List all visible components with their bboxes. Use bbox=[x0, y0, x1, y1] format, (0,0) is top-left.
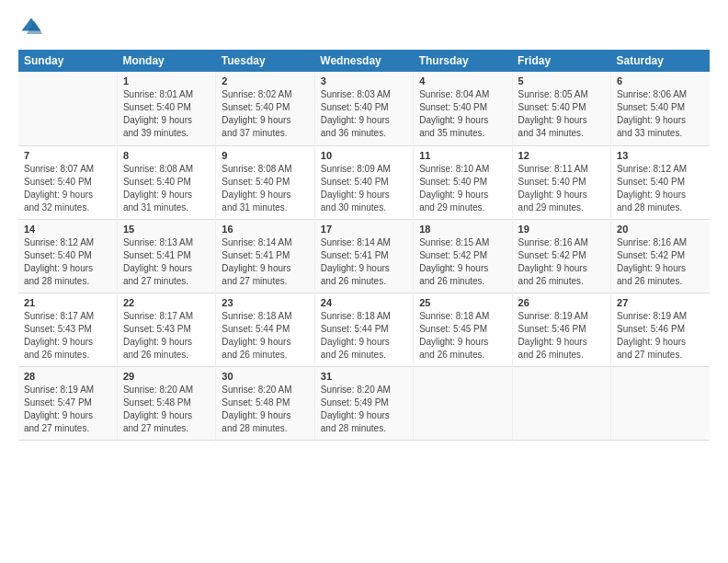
calendar-cell: 23Sunrise: 8:18 AM Sunset: 5:44 PM Dayli… bbox=[216, 293, 314, 366]
calendar-cell bbox=[18, 72, 117, 145]
day-number: 10 bbox=[321, 150, 407, 161]
day-number: 25 bbox=[419, 297, 506, 308]
col-header-saturday: Saturday bbox=[611, 50, 710, 72]
calendar-cell: 2Sunrise: 8:02 AM Sunset: 5:40 PM Daylig… bbox=[216, 72, 314, 145]
day-info: Sunrise: 8:12 AM Sunset: 5:40 PM Dayligh… bbox=[24, 236, 111, 288]
day-number: 8 bbox=[123, 150, 210, 161]
week-row-2: 7Sunrise: 8:07 AM Sunset: 5:40 PM Daylig… bbox=[18, 145, 710, 219]
calendar-cell: 10Sunrise: 8:09 AM Sunset: 5:40 PM Dayli… bbox=[314, 145, 413, 219]
calendar-cell: 29Sunrise: 8:20 AM Sunset: 5:48 PM Dayli… bbox=[117, 366, 215, 440]
calendar-cell: 4Sunrise: 8:04 AM Sunset: 5:40 PM Daylig… bbox=[414, 72, 512, 145]
calendar-cell: 20Sunrise: 8:16 AM Sunset: 5:42 PM Dayli… bbox=[611, 219, 710, 293]
day-info: Sunrise: 8:08 AM Sunset: 5:40 PM Dayligh… bbox=[222, 163, 308, 214]
col-header-thursday: Thursday bbox=[414, 50, 512, 72]
calendar-cell bbox=[414, 366, 512, 440]
day-number: 13 bbox=[617, 150, 704, 161]
calendar-cell: 7Sunrise: 8:07 AM Sunset: 5:40 PM Daylig… bbox=[18, 145, 117, 219]
col-header-tuesday: Tuesday bbox=[216, 50, 314, 72]
day-info: Sunrise: 8:20 AM Sunset: 5:48 PM Dayligh… bbox=[222, 384, 308, 435]
day-number: 4 bbox=[419, 75, 506, 86]
calendar-cell: 22Sunrise: 8:17 AM Sunset: 5:43 PM Dayli… bbox=[117, 293, 215, 366]
day-info: Sunrise: 8:05 AM Sunset: 5:40 PM Dayligh… bbox=[518, 88, 605, 140]
calendar-cell bbox=[611, 366, 710, 440]
day-number: 28 bbox=[24, 371, 111, 382]
day-info: Sunrise: 8:02 AM Sunset: 5:40 PM Dayligh… bbox=[222, 88, 308, 140]
day-info: Sunrise: 8:03 AM Sunset: 5:40 PM Dayligh… bbox=[321, 88, 407, 140]
day-info: Sunrise: 8:01 AM Sunset: 5:40 PM Dayligh… bbox=[123, 88, 210, 140]
day-number: 3 bbox=[321, 75, 407, 86]
day-info: Sunrise: 8:06 AM Sunset: 5:40 PM Dayligh… bbox=[617, 88, 704, 140]
day-info: Sunrise: 8:04 AM Sunset: 5:40 PM Dayligh… bbox=[419, 88, 506, 140]
calendar-cell: 19Sunrise: 8:16 AM Sunset: 5:42 PM Dayli… bbox=[512, 219, 610, 293]
day-number: 24 bbox=[321, 297, 407, 308]
calendar-cell: 25Sunrise: 8:18 AM Sunset: 5:45 PM Dayli… bbox=[414, 293, 512, 366]
day-number: 31 bbox=[321, 371, 407, 382]
day-number: 15 bbox=[123, 224, 210, 235]
calendar-cell: 28Sunrise: 8:19 AM Sunset: 5:47 PM Dayli… bbox=[18, 366, 117, 440]
day-number: 20 bbox=[617, 224, 704, 235]
day-number: 17 bbox=[321, 224, 407, 235]
header bbox=[18, 15, 710, 40]
day-number: 6 bbox=[617, 75, 704, 86]
day-info: Sunrise: 8:18 AM Sunset: 5:44 PM Dayligh… bbox=[321, 310, 407, 362]
day-info: Sunrise: 8:09 AM Sunset: 5:40 PM Dayligh… bbox=[321, 163, 407, 214]
day-number: 7 bbox=[24, 150, 111, 161]
calendar-cell: 8Sunrise: 8:08 AM Sunset: 5:40 PM Daylig… bbox=[117, 145, 215, 219]
day-number: 29 bbox=[123, 371, 210, 382]
day-info: Sunrise: 8:19 AM Sunset: 5:47 PM Dayligh… bbox=[24, 384, 111, 435]
day-info: Sunrise: 8:20 AM Sunset: 5:48 PM Dayligh… bbox=[123, 384, 210, 435]
day-number: 19 bbox=[518, 224, 605, 235]
day-info: Sunrise: 8:20 AM Sunset: 5:49 PM Dayligh… bbox=[321, 384, 407, 435]
day-info: Sunrise: 8:17 AM Sunset: 5:43 PM Dayligh… bbox=[123, 310, 210, 362]
day-info: Sunrise: 8:14 AM Sunset: 5:41 PM Dayligh… bbox=[321, 236, 407, 288]
calendar-cell: 18Sunrise: 8:15 AM Sunset: 5:42 PM Dayli… bbox=[414, 219, 512, 293]
day-info: Sunrise: 8:07 AM Sunset: 5:40 PM Dayligh… bbox=[24, 163, 111, 214]
day-number: 21 bbox=[24, 297, 111, 308]
logo bbox=[18, 15, 48, 40]
day-number: 9 bbox=[222, 150, 308, 161]
day-number: 30 bbox=[222, 371, 308, 382]
calendar-cell: 16Sunrise: 8:14 AM Sunset: 5:41 PM Dayli… bbox=[216, 219, 314, 293]
calendar-cell bbox=[512, 366, 610, 440]
calendar-cell: 15Sunrise: 8:13 AM Sunset: 5:41 PM Dayli… bbox=[117, 219, 215, 293]
day-info: Sunrise: 8:18 AM Sunset: 5:45 PM Dayligh… bbox=[419, 310, 506, 362]
header-row: SundayMondayTuesdayWednesdayThursdayFrid… bbox=[18, 50, 710, 72]
calendar-cell: 5Sunrise: 8:05 AM Sunset: 5:40 PM Daylig… bbox=[512, 72, 610, 145]
day-number: 11 bbox=[419, 150, 506, 161]
page: SundayMondayTuesdayWednesdayThursdayFrid… bbox=[0, 0, 728, 563]
week-row-1: 1Sunrise: 8:01 AM Sunset: 5:40 PM Daylig… bbox=[18, 72, 710, 145]
day-info: Sunrise: 8:16 AM Sunset: 5:42 PM Dayligh… bbox=[518, 236, 605, 288]
day-number: 26 bbox=[518, 297, 605, 308]
day-info: Sunrise: 8:15 AM Sunset: 5:42 PM Dayligh… bbox=[419, 236, 506, 288]
day-number: 23 bbox=[222, 297, 308, 308]
calendar-cell: 6Sunrise: 8:06 AM Sunset: 5:40 PM Daylig… bbox=[611, 72, 710, 145]
day-number: 1 bbox=[123, 75, 210, 86]
calendar-cell: 9Sunrise: 8:08 AM Sunset: 5:40 PM Daylig… bbox=[216, 145, 314, 219]
day-info: Sunrise: 8:18 AM Sunset: 5:44 PM Dayligh… bbox=[222, 310, 308, 362]
calendar-cell: 3Sunrise: 8:03 AM Sunset: 5:40 PM Daylig… bbox=[314, 72, 413, 145]
calendar-cell: 30Sunrise: 8:20 AM Sunset: 5:48 PM Dayli… bbox=[216, 366, 314, 440]
day-number: 5 bbox=[518, 75, 605, 86]
calendar-cell: 1Sunrise: 8:01 AM Sunset: 5:40 PM Daylig… bbox=[117, 72, 215, 145]
day-info: Sunrise: 8:12 AM Sunset: 5:40 PM Dayligh… bbox=[617, 163, 704, 214]
day-number: 16 bbox=[222, 224, 308, 235]
calendar-cell: 24Sunrise: 8:18 AM Sunset: 5:44 PM Dayli… bbox=[314, 293, 413, 366]
day-info: Sunrise: 8:08 AM Sunset: 5:40 PM Dayligh… bbox=[123, 163, 210, 214]
calendar-cell: 11Sunrise: 8:10 AM Sunset: 5:40 PM Dayli… bbox=[414, 145, 512, 219]
day-info: Sunrise: 8:11 AM Sunset: 5:40 PM Dayligh… bbox=[518, 163, 605, 214]
day-number: 14 bbox=[24, 224, 111, 235]
logo-icon bbox=[18, 15, 44, 40]
col-header-friday: Friday bbox=[512, 50, 610, 72]
week-row-3: 14Sunrise: 8:12 AM Sunset: 5:40 PM Dayli… bbox=[18, 219, 710, 293]
col-header-monday: Monday bbox=[117, 50, 215, 72]
week-row-4: 21Sunrise: 8:17 AM Sunset: 5:43 PM Dayli… bbox=[18, 293, 710, 366]
calendar-cell: 14Sunrise: 8:12 AM Sunset: 5:40 PM Dayli… bbox=[18, 219, 117, 293]
day-info: Sunrise: 8:13 AM Sunset: 5:41 PM Dayligh… bbox=[123, 236, 210, 288]
day-number: 18 bbox=[419, 224, 506, 235]
day-number: 2 bbox=[222, 75, 308, 86]
calendar-cell: 26Sunrise: 8:19 AM Sunset: 5:46 PM Dayli… bbox=[512, 293, 610, 366]
calendar-cell: 31Sunrise: 8:20 AM Sunset: 5:49 PM Dayli… bbox=[314, 366, 413, 440]
calendar-cell: 21Sunrise: 8:17 AM Sunset: 5:43 PM Dayli… bbox=[18, 293, 117, 366]
week-row-5: 28Sunrise: 8:19 AM Sunset: 5:47 PM Dayli… bbox=[18, 366, 710, 440]
calendar-cell: 27Sunrise: 8:19 AM Sunset: 5:46 PM Dayli… bbox=[611, 293, 710, 366]
